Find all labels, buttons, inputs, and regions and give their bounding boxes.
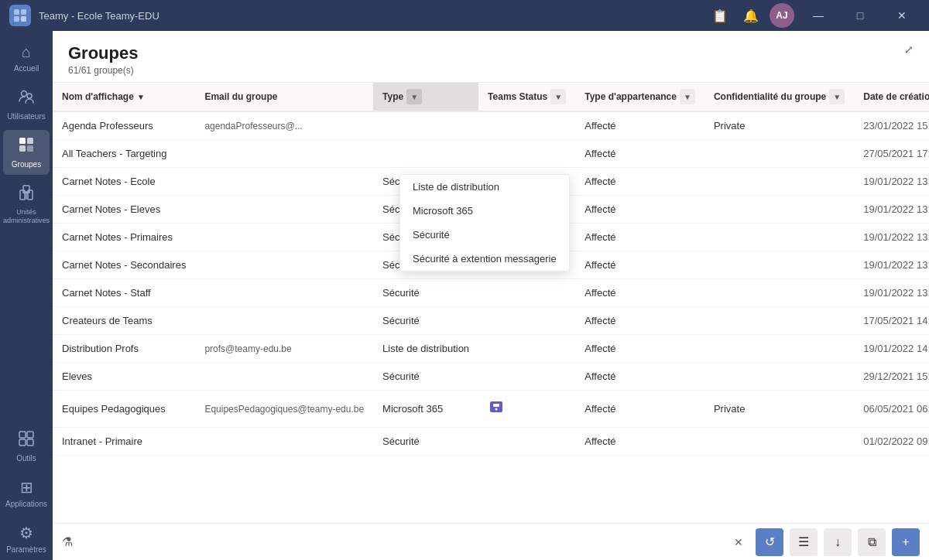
table-row[interactable]: ElevesSécuritéAffecté29/12/2021 15:5	[53, 363, 929, 391]
clipboard-icon[interactable]: 📋	[708, 3, 732, 28]
svg-rect-6	[19, 138, 26, 144]
cell-confidentialite	[704, 168, 854, 196]
cell-appartenance: Affecté	[575, 391, 704, 428]
clear-search-button[interactable]: ✕	[728, 531, 749, 553]
svg-rect-18	[27, 439, 33, 446]
cell-confidentialite	[704, 140, 854, 168]
utilisateurs-icon	[18, 88, 35, 109]
cell-creation: 29/12/2021 15:5	[854, 363, 929, 391]
filter-confidentialite-button[interactable]: ▼	[829, 89, 845, 104]
svg-rect-0	[14, 9, 19, 15]
filter-teams-button[interactable]: ▼	[550, 89, 566, 104]
cell-nom: Carnet Notes - Eleves	[53, 196, 195, 224]
list-view-button[interactable]: ☰	[790, 528, 818, 556]
copy-button[interactable]: ⧉	[858, 528, 886, 556]
titlebar: Teamy - Ecole Teamy-EDU 📋 🔔 AJ — □ ✕	[0, 0, 929, 31]
cell-confidentialite	[704, 279, 854, 307]
filter-type-button[interactable]: ▼	[406, 89, 422, 104]
cell-appartenance: Affecté	[575, 251, 704, 279]
main-content: Groupes 61/61 groupe(s) ⤢ Nom d'affichag…	[53, 31, 929, 560]
sidebar-item-label: Groupes	[12, 160, 41, 169]
table-row[interactable]: All Teachers - TargetingAffecté27/05/202…	[53, 140, 929, 168]
table-row[interactable]: Createurs de TeamsSécuritéAffecté17/05/2…	[53, 307, 929, 335]
cell-type: Sécurité	[373, 307, 478, 335]
cell-type	[373, 140, 478, 168]
sidebar-item-unites[interactable]: Unitésadministratives	[3, 178, 50, 231]
cell-creation: 01/02/2022 09:0	[854, 428, 929, 456]
cell-creation: 19/01/2022 13:1	[854, 196, 929, 224]
cell-type	[373, 111, 478, 140]
refresh-button[interactable]: ↺	[756, 528, 783, 556]
dropdown-item-liste[interactable]: Liste de distribution	[400, 175, 569, 199]
col-type: Type ▼	[373, 83, 478, 111]
cell-teams	[478, 279, 575, 307]
cell-appartenance: Affecté	[575, 363, 704, 391]
maximize-button[interactable]: □	[842, 0, 878, 31]
cell-appartenance: Affecté	[575, 196, 704, 224]
download-button[interactable]: ↓	[824, 528, 852, 556]
sidebar-item-groupes[interactable]: Groupes	[3, 130, 50, 175]
add-button[interactable]: +	[892, 528, 920, 556]
dropdown-item-securite-ext[interactable]: Sécurité à extention messagerie	[400, 247, 569, 271]
cell-nom: Distribution Profs	[53, 335, 195, 363]
cell-confidentialite	[704, 428, 854, 456]
expand-icon[interactable]: ⤢	[904, 43, 914, 56]
sidebar-item-parametres[interactable]: ⚙ Paramètres	[3, 517, 50, 560]
filter-appartenance-button[interactable]: ▼	[680, 89, 695, 104]
cell-creation: 23/01/2022 15:5	[854, 111, 929, 140]
cell-confidentialite	[704, 251, 854, 279]
svg-point-5	[27, 94, 32, 98]
table-row[interactable]: Distribution Profsprofs@teamy-edu.beList…	[53, 335, 929, 363]
table-row[interactable]: Carnet Notes - StaffSécuritéAffecté19/01…	[53, 279, 929, 307]
cell-confidentialite	[704, 224, 854, 251]
minimize-button[interactable]: —	[800, 0, 836, 31]
cell-nom: Carnet Notes - Secondaires	[53, 251, 195, 279]
cell-email: agendaProfesseurs@...	[195, 111, 373, 140]
sidebar-item-applications[interactable]: ⊞ Applications	[3, 472, 50, 514]
cell-confidentialite: Private	[704, 391, 854, 428]
cell-email	[195, 363, 373, 391]
cell-email	[195, 140, 373, 168]
cell-appartenance: Affecté	[575, 428, 704, 456]
svg-rect-9	[27, 145, 33, 152]
cell-appartenance: Affecté	[575, 111, 704, 140]
cell-creation: 19/01/2022 14:3	[854, 335, 929, 363]
close-button[interactable]: ✕	[884, 0, 920, 31]
sidebar-item-utilisateurs[interactable]: Utilisateurs	[3, 82, 50, 127]
dropdown-item-microsoft365[interactable]: Microsoft 365	[400, 199, 569, 223]
parametres-icon: ⚙	[19, 524, 33, 542]
notification-icon[interactable]: 🔔	[739, 3, 763, 28]
cell-email	[195, 224, 373, 251]
table-row[interactable]: Agenda ProfesseursagendaProfesseurs@...A…	[53, 111, 929, 140]
cell-creation: 06/05/2021 06:4	[854, 391, 929, 428]
cell-email: profs@teamy-edu.be	[195, 335, 373, 363]
table-row[interactable]: Intranet - PrimaireSécuritéAffecté01/02/…	[53, 428, 929, 456]
cell-email: EquipesPedagogiques@teamy-edu.be	[195, 391, 373, 428]
cell-creation: 27/05/2021 17:3	[854, 140, 929, 168]
accueil-icon: ⌂	[22, 43, 31, 61]
cell-appartenance: Affecté	[575, 335, 704, 363]
cell-type: Sécurité	[373, 363, 478, 391]
col-confidentialite: Confidentialité du groupe ▼	[704, 83, 854, 111]
sidebar-item-outils[interactable]: Outils	[3, 424, 50, 469]
cell-appartenance: Affecté	[575, 140, 704, 168]
sidebar-item-label: Utilisateurs	[7, 112, 45, 121]
outils-icon	[18, 430, 35, 451]
user-avatar[interactable]: AJ	[770, 3, 794, 28]
cell-nom: Intranet - Primaire	[53, 428, 195, 456]
svg-rect-3	[21, 16, 26, 22]
sidebar-item-accueil[interactable]: ⌂ Accueil	[3, 37, 50, 79]
col-nom: Nom d'affichage ▼	[53, 83, 195, 111]
app-body: ⌂ Accueil Utilisateurs	[0, 31, 929, 560]
sort-nom-icon[interactable]: ▼	[137, 93, 145, 101]
table-row[interactable]: Equipes PedagogiquesEquipesPedagogiques@…	[53, 391, 929, 428]
type-filter-dropdown: Liste de distribution Microsoft 365 Sécu…	[399, 174, 570, 271]
cell-creation: 19/01/2022 13:1	[854, 168, 929, 196]
svg-rect-16	[27, 432, 33, 438]
titlebar-actions: 📋 🔔 AJ — □ ✕	[708, 0, 920, 31]
dropdown-item-securite[interactable]: Sécurité	[400, 223, 569, 247]
search-input[interactable]	[79, 536, 722, 548]
cell-email	[195, 279, 373, 307]
cell-confidentialite	[704, 196, 854, 224]
cell-nom: Carnet Notes - Primaires	[53, 224, 195, 251]
